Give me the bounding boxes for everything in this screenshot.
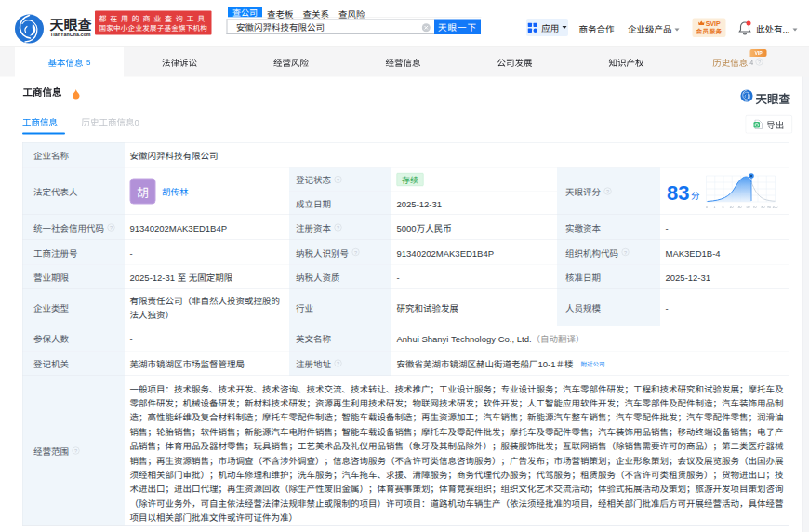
svg-text:0: 0 <box>706 206 708 209</box>
svg-text:100: 100 <box>772 206 777 209</box>
svg-text:50: 50 <box>746 206 749 209</box>
svg-text:80: 80 <box>761 206 764 209</box>
svg-text:90: 90 <box>767 206 771 209</box>
svg-text:1: 1 <box>713 206 715 209</box>
svg-text:70: 70 <box>752 206 756 209</box>
svg-text:5: 5 <box>722 206 723 209</box>
svg-text:30: 30 <box>737 206 741 209</box>
svg-text:10: 10 <box>729 206 733 209</box>
